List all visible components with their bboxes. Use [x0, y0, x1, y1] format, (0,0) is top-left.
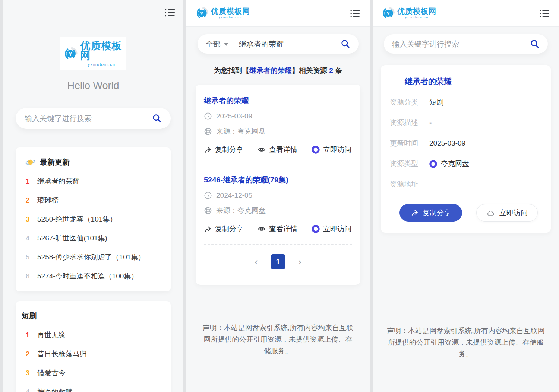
field-label: 资源类型 — [390, 159, 422, 169]
site-logo[interactable]: Y 优质模板网 yzmoban.cn — [195, 7, 250, 19]
item-title: 5267-旷世医仙(101集) — [37, 233, 107, 243]
globe-icon — [204, 127, 212, 136]
rank-number: 2 — [25, 350, 31, 358]
copy-share-button[interactable]: 复制分享 — [399, 204, 462, 222]
search-input[interactable] — [25, 114, 152, 123]
rank-number: 3 — [25, 215, 31, 223]
search-button[interactable] — [152, 114, 162, 123]
list-item[interactable]: 2 琅琊榜 — [25, 191, 162, 210]
result-source: 来源：夸克网盘 — [216, 127, 266, 136]
item-title: 继承者的荣耀 — [37, 176, 80, 186]
filter-label: 全部 — [206, 39, 221, 49]
list-item[interactable]: 3 错爱古今 — [25, 363, 162, 382]
rank-number: 4 — [25, 388, 31, 392]
brand-domain: yzmoban.cn — [219, 16, 242, 19]
list-item[interactable]: 4 神医的救赎 — [25, 382, 162, 392]
latest-updates-title: 最新更新 — [40, 157, 70, 167]
share-arrow-icon — [204, 225, 212, 233]
rank-number: 1 — [25, 331, 31, 339]
rank-number: 2 — [25, 196, 31, 204]
summary-suffix: 条 — [333, 67, 342, 74]
view-detail-button[interactable]: 查看详情 — [258, 145, 297, 154]
list-menu-icon — [540, 9, 549, 17]
detail-buttons: 复制分享 立即访问 — [399, 204, 542, 222]
copy-share-label: 复制分享 — [215, 224, 243, 234]
disk-ring-icon — [429, 160, 437, 168]
svg-text:Y: Y — [200, 11, 203, 16]
brand-y-icon: Y — [195, 7, 208, 19]
search-button[interactable] — [530, 39, 540, 49]
list-item[interactable]: 3 5250-绝世龙尊（101集） — [25, 210, 162, 229]
copy-share-button[interactable]: 复制分享 — [204, 145, 243, 154]
site-disclaimer: 声明：本站是网盘索引系统,所有内容均来自互联网所提供的公开引用资源，未提供资源上… — [200, 322, 356, 357]
svg-text:Y: Y — [69, 51, 72, 57]
item-title: 昔日长枪落马归 — [37, 349, 87, 359]
list-item[interactable]: 2 昔日长枪落马归 — [25, 344, 162, 363]
brand-name: 优质模板网 — [211, 7, 250, 15]
result-item: 继承者的荣耀 2025-03-09 来源：夸克网盘 — [204, 96, 352, 154]
search-button[interactable] — [341, 39, 350, 49]
panel-search-results: Y 优质模板网 yzmoban.cn 全部 — [186, 0, 370, 392]
list-item[interactable]: 4 5267-旷世医仙(101集) — [25, 229, 162, 248]
view-detail-button[interactable]: 查看详情 — [258, 224, 297, 234]
panel-home: Y 优质模板网 yzmoban.cn Hello World — [3, 0, 183, 392]
menu-icon[interactable] — [540, 9, 550, 18]
resource-detail-card: 继承者的荣耀 资源分类 短剧 资源描述 - 更新时间 2025-03-09 资源… — [381, 65, 551, 233]
summary-prefix: 为您找到【 — [214, 67, 249, 74]
list-item[interactable]: 1 继承者的荣耀 — [25, 172, 162, 191]
share-arrow-icon — [204, 146, 212, 154]
list-item[interactable]: 5 5258-傅少求求你别虐了（101集） — [25, 248, 162, 267]
eye-icon — [258, 225, 266, 233]
field-value: 短剧 — [429, 98, 443, 107]
app-header: Y 优质模板网 yzmoban.cn — [373, 0, 559, 27]
item-title: 再世无缘 — [37, 330, 66, 340]
field-value: - — [429, 118, 432, 127]
visit-now-button[interactable]: 立即访问 — [476, 204, 538, 222]
site-logo[interactable]: Y 优质模板网 yzmoban.cn — [382, 7, 436, 19]
menu-icon[interactable] — [350, 9, 361, 18]
app-header: Y 优质模板网 yzmoban.cn — [186, 0, 370, 27]
list-item[interactable]: 6 5274-今时重逢不相逢（100集） — [25, 267, 162, 286]
rank-number: 5 — [25, 253, 31, 261]
item-title: 错爱古今 — [37, 368, 66, 378]
short-drama-header: 短剧 — [21, 311, 162, 321]
brand-domain: yzmoban.cn — [405, 16, 429, 19]
category-filter-dropdown[interactable]: 全部 — [206, 39, 228, 49]
list-item[interactable]: 1 再世无缘 — [25, 325, 162, 344]
globe-icon — [204, 207, 212, 215]
chevron-down-icon — [224, 43, 228, 48]
search-input[interactable] — [392, 40, 530, 48]
field-label: 资源分类 — [390, 98, 422, 107]
search-input[interactable] — [239, 40, 341, 48]
field-label: 更新时间 — [390, 138, 422, 148]
search-icon — [341, 39, 350, 49]
home-search-bar — [16, 108, 171, 129]
current-page-button[interactable]: 1 — [271, 254, 285, 269]
next-page-button[interactable]: › — [298, 257, 301, 267]
latest-updates-header: 最新更新 — [25, 157, 162, 167]
prev-page-button[interactable]: ‹ — [255, 257, 258, 267]
results-search-bar: 全部 — [198, 34, 359, 54]
rank-number: 3 — [25, 369, 31, 377]
visit-now-button[interactable]: 立即访问 — [312, 145, 351, 154]
copy-share-button[interactable]: 复制分享 — [204, 224, 243, 234]
brand-name: 优质模板网 — [80, 41, 123, 61]
menu-icon[interactable] — [165, 8, 175, 17]
brand-domain: yzmoban.cn — [88, 63, 116, 67]
copy-share-label: 复制分享 — [215, 145, 243, 154]
summary-keyword: 继承者的荣耀 — [249, 67, 292, 74]
field-description: 资源描述 - — [390, 118, 542, 128]
result-title-link[interactable]: 5246-继承者的荣耀(79集) — [204, 175, 288, 185]
visit-now-button[interactable]: 立即访问 — [312, 224, 351, 234]
visit-now-label: 立即访问 — [323, 224, 351, 234]
three-screen-composite: Y 优质模板网 yzmoban.cn Hello World — [0, 0, 559, 392]
result-date: 2025-03-09 — [216, 112, 252, 120]
dashed-divider — [204, 244, 352, 245]
search-icon — [530, 39, 540, 49]
field-value: 2025-03-09 — [429, 139, 465, 148]
site-logo[interactable]: Y 优质模板网 yzmoban.cn — [60, 37, 126, 70]
list-menu-icon — [350, 9, 360, 17]
eye-icon — [258, 146, 266, 154]
brand-name: 优质模板网 — [397, 7, 436, 15]
result-title-link[interactable]: 继承者的荣耀 — [204, 96, 249, 106]
